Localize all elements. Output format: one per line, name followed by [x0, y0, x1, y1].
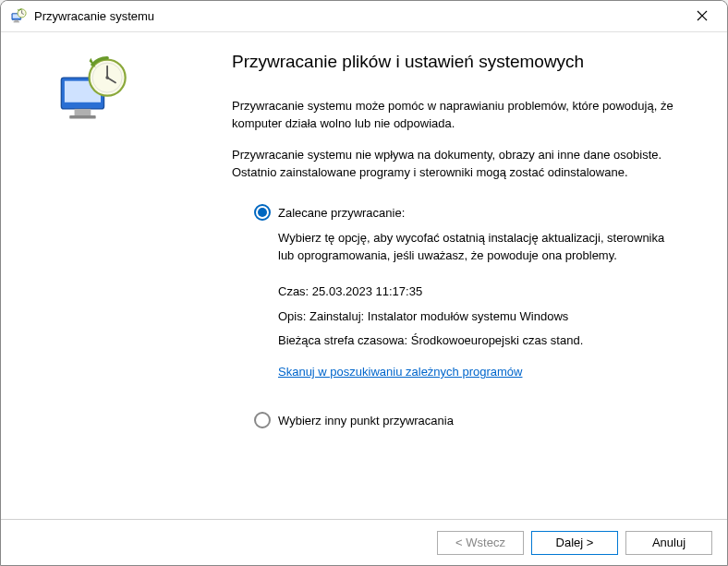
system-restore-window: Przywracanie systemu: [0, 0, 728, 566]
restore-monitor-clock-icon: [56, 56, 130, 130]
next-button[interactable]: Dalej >: [531, 531, 618, 555]
radio-recommended[interactable]: [254, 204, 271, 221]
option-recommended-block: Zalecane przywracanie: Wybierz tę opcję,…: [254, 204, 681, 393]
detail-timezone: Bieżąca strefa czasowa: Środkowoeuropejs…: [278, 332, 681, 350]
detail-tz-label: Bieżąca strefa czasowa:: [278, 333, 407, 347]
back-button[interactable]: < Wstecz: [437, 531, 524, 555]
svg-rect-10: [75, 109, 91, 115]
option-recommended-row[interactable]: Zalecane przywracanie:: [254, 204, 681, 221]
detail-desc-label: Opis:: [278, 309, 306, 323]
intro-paragraph-2: Przywracanie systemu nie wpływa na dokum…: [232, 147, 681, 182]
radio-other[interactable]: [254, 412, 271, 428]
recommended-description: Wybierz tę opcję, aby wycofać ostatnią i…: [278, 230, 681, 265]
svg-rect-2: [15, 19, 19, 21]
system-restore-icon: [10, 8, 27, 25]
detail-desc-value: Zainstaluj: Instalator modułów systemu W…: [309, 309, 568, 323]
window-title: Przywracanie systemu: [34, 9, 681, 23]
wizard-content: Przywracanie plików i ustawień systemowy…: [186, 32, 727, 519]
cancel-button[interactable]: Anuluj: [625, 531, 712, 555]
wizard-body: Przywracanie plików i ustawień systemowy…: [1, 32, 727, 519]
recommended-details: Wybierz tę opcję, aby wycofać ostatnią i…: [278, 230, 681, 393]
close-icon: [697, 10, 708, 23]
intro-paragraph-1: Przywracanie systemu może pomóc w napraw…: [232, 98, 681, 133]
detail-time-label: Czas:: [278, 284, 309, 298]
page-heading: Przywracanie plików i ustawień systemowy…: [232, 51, 681, 74]
titlebar: Przywracanie systemu: [1, 1, 727, 32]
svg-rect-3: [14, 21, 19, 22]
wizard-footer: < Wstecz Dalej > Anuluj: [1, 519, 727, 565]
radio-other-label: Wybierz inny punkt przywracania: [278, 414, 454, 428]
svg-point-16: [105, 76, 109, 79]
svg-rect-11: [69, 115, 95, 119]
detail-desc: Opis: Zainstaluj: Instalator modułów sys…: [278, 308, 681, 326]
detail-time-value: 25.03.2023 11:17:35: [312, 284, 422, 298]
detail-tz-value: Środkowoeuropejski czas stand.: [411, 333, 583, 347]
wizard-sidebar: [1, 32, 186, 519]
detail-time: Czas: 25.03.2023 11:17:35: [278, 283, 681, 301]
close-button[interactable]: [681, 3, 723, 30]
radio-recommended-label: Zalecane przywracanie:: [278, 206, 405, 220]
option-other-block: Wybierz inny punkt przywracania: [254, 412, 681, 428]
scan-affected-programs-link[interactable]: Skanuj w poszukiwaniu zależnych programó…: [278, 365, 522, 379]
option-other-row[interactable]: Wybierz inny punkt przywracania: [254, 412, 681, 428]
